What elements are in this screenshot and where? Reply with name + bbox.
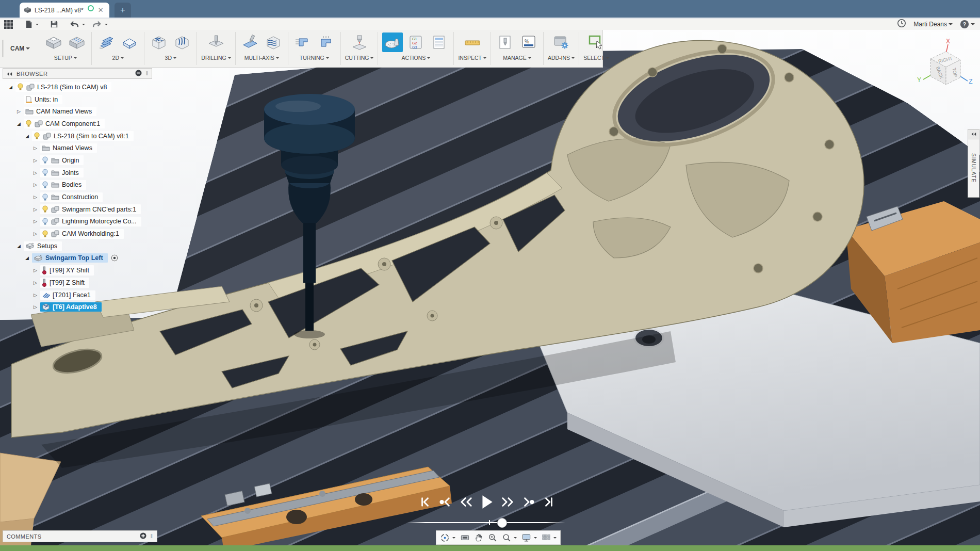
ribbon-group-label-multi-axis[interactable]: MULTI-AXIS: [244, 55, 279, 61]
expander-expanded-icon[interactable]: ◢: [25, 134, 32, 139]
tree-item-chip[interactable]: Swingarm Top Left: [32, 253, 108, 263]
tree-item-chip[interactable]: LS-218 (Sim to CAM) v8:1: [32, 131, 134, 141]
tree-item-chip[interactable]: [T99] XY Shift: [40, 265, 94, 276]
tree-item-t99-xy-shift[interactable]: ▷[T99] XY Shift: [3, 264, 141, 277]
expander-collapsed-icon[interactable]: ▷: [34, 304, 40, 310]
workspace-switcher[interactable]: CAM: [4, 30, 39, 67]
3d-parallel-icon[interactable]: [172, 33, 192, 52]
look-at-button[interactable]: [460, 533, 470, 542]
2d-adaptive-icon[interactable]: [96, 33, 117, 52]
tree-item-setups[interactable]: ◢Setups: [3, 240, 141, 252]
simulate-icon[interactable]: [382, 33, 403, 52]
tree-item-chip[interactable]: [T201] Face1: [40, 290, 95, 300]
play-button[interactable]: [480, 494, 494, 510]
document-tab[interactable]: LS-218 ...AM) v8* ✕: [20, 3, 109, 18]
tree-item-chip[interactable]: LS-218 (Sim to CAM) v8: [15, 82, 111, 92]
ribbon-group-label-select[interactable]: SELECT: [583, 55, 609, 61]
undo-button[interactable]: [70, 21, 85, 28]
tree-item-chip[interactable]: Setups: [24, 241, 62, 251]
tree-item-chip[interactable]: Bodies: [40, 180, 86, 190]
tree-item-chip[interactable]: CAM Workholding:1: [40, 229, 124, 239]
app-grid-icon[interactable]: [4, 20, 13, 29]
go-to-start-button[interactable]: [419, 496, 431, 508]
tree-item-joints[interactable]: ▷Joints: [3, 167, 141, 179]
tab-close-icon[interactable]: ✕: [98, 6, 104, 14]
expander-expanded-icon[interactable]: ◢: [17, 121, 24, 126]
browser-drag-grip[interactable]: ‖: [146, 71, 149, 76]
visibility-bulb-yellow-icon[interactable]: [42, 230, 48, 238]
setup-from-file-icon[interactable]: [67, 33, 87, 52]
expander-collapsed-icon[interactable]: ▷: [34, 268, 40, 273]
display-settings-button[interactable]: [521, 533, 537, 542]
multi-axis-flow-icon[interactable]: [263, 33, 284, 52]
2d-pocket-icon[interactable]: [119, 33, 140, 52]
user-menu[interactable]: Marti Deans: [913, 21, 953, 28]
tree-item-units-in[interactable]: Units: in: [3, 93, 141, 106]
zoom-button[interactable]: [488, 533, 497, 542]
timeline-handle[interactable]: [497, 518, 507, 528]
tree-item-cam-workholding-1[interactable]: ▷CAM Workholding:1: [3, 228, 141, 240]
active-setup-radio-icon[interactable]: [111, 254, 118, 262]
viewport-scene[interactable]: [0, 0, 980, 551]
ribbon-group-label-2d[interactable]: 2D: [112, 55, 124, 61]
visibility-bulb-blue-icon[interactable]: [42, 218, 48, 225]
browser-remove-icon[interactable]: [135, 69, 142, 78]
tree-item-swingarm-cnc-ed-parts-1[interactable]: ▷Swingarm CNC'ed parts:1: [3, 203, 141, 216]
tree-item-chip[interactable]: [T99] Z Shift: [40, 278, 89, 288]
expander-collapsed-icon[interactable]: ▷: [34, 182, 40, 187]
visibility-bulb-yellow-icon[interactable]: [42, 205, 48, 213]
tree-item-chip[interactable]: Joints: [40, 168, 84, 177]
tree-item-cam-named-views[interactable]: ▷CAM Named Views: [3, 105, 141, 118]
tree-item-chip[interactable]: CAM Component:1: [24, 119, 105, 128]
post-process-icon[interactable]: G1G2G3: [405, 33, 426, 52]
visibility-bulb-blue-icon[interactable]: [42, 169, 48, 176]
grid-settings-button[interactable]: [542, 533, 557, 542]
scripts-addins-icon[interactable]: [551, 33, 571, 52]
visibility-bulb-blue-icon[interactable]: [42, 181, 48, 189]
visibility-bulb-blue-icon[interactable]: [42, 193, 48, 201]
fast-forward-button[interactable]: [500, 496, 515, 508]
ribbon-group-label-add-ins[interactable]: ADD-INS: [548, 55, 575, 61]
tree-item-construction[interactable]: ▷Construction: [3, 191, 141, 203]
tree-item-chip[interactable]: Units: in: [24, 95, 62, 104]
visibility-bulb-yellow-icon[interactable]: [17, 83, 24, 91]
tree-item-swingarm-top-left[interactable]: ◢Swingarm Top Left: [3, 252, 141, 265]
job-status-clock-icon[interactable]: [897, 19, 906, 30]
ribbon-group-label-inspect[interactable]: INSPECT: [458, 55, 486, 61]
turning-groove-icon[interactable]: [316, 33, 336, 52]
ribbon-group-label-turning[interactable]: TURNING: [300, 55, 329, 61]
comments-drag-grip[interactable]: ‖: [151, 533, 153, 539]
expander-expanded-icon[interactable]: ◢: [9, 85, 15, 90]
multi-axis-swarf-icon[interactable]: [240, 33, 260, 52]
expander-expanded-icon[interactable]: ◢: [17, 244, 24, 249]
ribbon-group-label-manage[interactable]: MANAGE: [503, 55, 531, 61]
simulate-expand-icon[interactable]: [968, 129, 979, 139]
comments-add-icon[interactable]: [140, 532, 146, 541]
drilling-icon[interactable]: [206, 33, 226, 52]
expander-collapsed-icon[interactable]: ▷: [34, 280, 40, 285]
file-menu-button[interactable]: [25, 20, 39, 28]
tree-item-t99-z-shift[interactable]: ▷[T99] Z Shift: [3, 277, 141, 289]
tree-item-chip[interactable]: Lightning Motorcycle Co...: [40, 217, 141, 226]
timeline-track[interactable]: [406, 522, 565, 523]
expander-collapsed-icon[interactable]: ▷: [34, 207, 40, 212]
tool-library-icon[interactable]: [495, 33, 516, 52]
tree-item-chip[interactable]: Named Views: [40, 143, 97, 153]
ribbon-group-label-drilling[interactable]: DRILLING: [201, 55, 231, 61]
measure-icon[interactable]: [462, 33, 483, 52]
redo-button[interactable]: [92, 21, 108, 28]
next-operation-button[interactable]: [521, 496, 536, 508]
select-icon[interactable]: [586, 33, 607, 52]
rewind-button[interactable]: [459, 496, 473, 508]
orbit-button[interactable]: [440, 533, 455, 543]
expander-collapsed-icon[interactable]: ▷: [34, 158, 40, 163]
cutting-icon[interactable]: [349, 33, 370, 52]
visibility-bulb-yellow-icon[interactable]: [34, 132, 40, 140]
comments-panel-header[interactable]: COMMENTS ‖: [3, 530, 157, 542]
tree-item-chip[interactable]: [T6] Adaptive8: [40, 302, 102, 312]
3d-adaptive-icon[interactable]: [149, 33, 169, 52]
expander-collapsed-icon[interactable]: ▷: [34, 231, 40, 236]
new-tab-button[interactable]: +: [115, 3, 131, 18]
tree-item-t6-adaptive8[interactable]: ▷[T6] Adaptive8: [3, 301, 141, 313]
expander-collapsed-icon[interactable]: ▷: [34, 145, 40, 151]
